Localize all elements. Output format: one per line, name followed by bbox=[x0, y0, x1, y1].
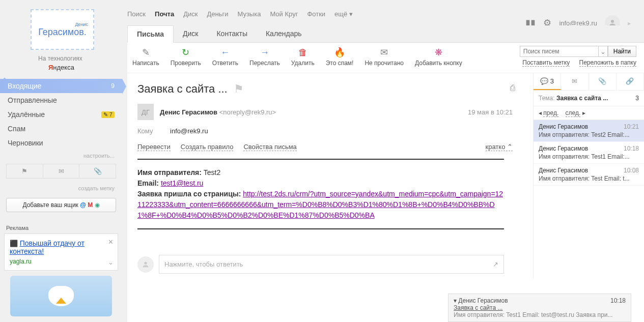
ad-label: Реклама bbox=[0, 215, 122, 233]
print-icon[interactable]: ⎙ bbox=[510, 83, 515, 93]
tool-Ответить[interactable]: ←Ответить bbox=[212, 47, 238, 67]
move-folder-link[interactable]: Переложить в папку bbox=[579, 59, 637, 67]
to-label: Кому bbox=[137, 127, 153, 135]
mail-action[interactable]: ✉ bbox=[43, 164, 80, 178]
thread-tabs: 💬 3 ✉ 📎 🔗 bbox=[534, 73, 644, 91]
logo-tech: На технологиях bbox=[38, 55, 82, 62]
email-date: 19 мая в 10:21 bbox=[468, 108, 513, 116]
topnav-Музыка[interactable]: Музыка bbox=[237, 10, 261, 18]
email-body: Заявка с сайта ...⚑ ⎙ ДГ Денис Герасимов… bbox=[127, 73, 533, 279]
ad-expand-icon[interactable]: ⌄ bbox=[108, 258, 114, 266]
tool-Добавить кнопку[interactable]: ❋Добавить кнопку bbox=[415, 47, 462, 67]
main-content: ПисьмаДискКонтактыКалендарь ✎Написать↻Пр… bbox=[127, 25, 644, 322]
tab-Контакты[interactable]: Контакты bbox=[207, 25, 256, 42]
sender-name: Денис Герасимов bbox=[160, 108, 217, 116]
tool-Переслать[interactable]: →Переслать bbox=[249, 47, 280, 67]
email-area: Заявка с сайта ...⚑ ⎙ ДГ Денис Герасимов… bbox=[127, 73, 644, 279]
preview-popup[interactable]: ▾ Денис Герасимов 10:18 Заявка с сайта .… bbox=[448, 294, 631, 322]
email-link[interactable]: test1@test.ru bbox=[161, 179, 203, 187]
svg-point-0 bbox=[611, 20, 614, 23]
reply-box[interactable]: Нажмите, чтобы ответить ↗ bbox=[137, 255, 504, 274]
search-area: ⌄ Найти bbox=[520, 46, 636, 57]
thread-subject: Тема: Заявка с сайта ... 3 bbox=[534, 91, 644, 106]
topnav-Поиск[interactable]: Поиск bbox=[127, 10, 146, 18]
tab-Календарь[interactable]: Календарь bbox=[257, 25, 311, 42]
tab-Письма[interactable]: Письма bbox=[127, 25, 174, 43]
reply-avatar bbox=[137, 256, 154, 273]
settings-link[interactable]: настроить... bbox=[0, 150, 122, 161]
prev-link[interactable]: пред. bbox=[543, 109, 558, 117]
logo-name: Герасимов. bbox=[38, 27, 87, 38]
email-content: Имя отправителя: Test2 Email: test1@test… bbox=[137, 159, 504, 245]
popout-icon[interactable]: ↗ bbox=[493, 260, 498, 268]
sender-row: ДГ Денис Герасимов <noreply@rek9.ru> 19 … bbox=[137, 100, 523, 124]
sidebar: Входящие9ОтправленныеУдалённые✎ 7СпамЧер… bbox=[0, 79, 122, 321]
top-nav: ПоискПочтаДискДеньгиМузыкаМой КругФоткие… bbox=[127, 8, 353, 18]
ad-title[interactable]: Повышай отдачу от контекста! bbox=[10, 239, 85, 255]
reply-input[interactable]: Нажмите, чтобы ответить ↗ bbox=[159, 255, 504, 274]
ad-box[interactable]: ⬛ Повышай отдачу от контекста! yagla.ru … bbox=[4, 233, 118, 271]
topnav-Диск[interactable]: Диск bbox=[183, 10, 198, 18]
folder-Спам[interactable]: Спам bbox=[0, 122, 122, 136]
sender-avatar: ДГ bbox=[137, 104, 154, 120]
thread-item[interactable]: Денис Герасимов10:18Имя отправителя: Tes… bbox=[534, 142, 644, 164]
preview-subject[interactable]: Заявка с сайта ... bbox=[454, 304, 626, 311]
thread-item[interactable]: Денис Герасимов10:21Имя отправителя: Tes… bbox=[534, 120, 644, 142]
topnav-Деньги[interactable]: Деньги bbox=[207, 10, 228, 18]
search-input[interactable] bbox=[520, 46, 599, 57]
tab-Диск[interactable]: Диск bbox=[174, 25, 207, 42]
ad-image bbox=[10, 276, 112, 316]
folder-Черновики[interactable]: Черновики bbox=[0, 136, 122, 150]
next-link[interactable]: след. bbox=[566, 109, 581, 117]
main-tabs: ПисьмаДискКонтактыКалендарь bbox=[127, 25, 644, 43]
ad-icon: ⬛ bbox=[10, 240, 18, 247]
brief-toggle[interactable]: кратко ⌃ bbox=[486, 143, 513, 151]
set-label-link[interactable]: Поставить метку bbox=[522, 59, 570, 67]
search-dropdown-icon[interactable]: ⌄ bbox=[599, 46, 608, 57]
thread-tab-attach[interactable]: 📎 bbox=[589, 73, 617, 90]
thread-tab-link[interactable]: 🔗 bbox=[617, 73, 644, 90]
email-subject: Заявка с сайта ...⚑ bbox=[137, 78, 523, 100]
topnav-Фотки[interactable]: Фотки bbox=[307, 10, 325, 18]
search-links: Поставить метку Переложить в папку bbox=[515, 59, 636, 66]
create-label-link[interactable]: создать метку bbox=[0, 181, 122, 195]
translate-link[interactable]: Перевести bbox=[137, 143, 171, 151]
tool-Это спам![interactable]: 🔥Это спам! bbox=[326, 47, 354, 67]
flag-icon[interactable]: ⚑ bbox=[234, 82, 244, 96]
preview-body: Имя отправителя: Test1 Email: test@test.… bbox=[454, 311, 626, 318]
folder-Отправленные[interactable]: Отправленные bbox=[0, 93, 122, 107]
logo-card: Денис Герасимов. bbox=[31, 9, 94, 50]
thread-panel: 💬 3 ✉ 📎 🔗 Тема: Заявка с сайта ... 3 ◂ п… bbox=[533, 73, 644, 279]
svg-point-1 bbox=[144, 261, 147, 264]
thread-tab-mail[interactable]: ✉ bbox=[561, 73, 589, 90]
email-actions: Перевести Создать правило Свойства письм… bbox=[137, 138, 523, 159]
thread-nav: ◂ пред. след. ▸ bbox=[534, 106, 644, 120]
tool-Не прочитано[interactable]: ✉Не прочитано bbox=[365, 47, 404, 67]
folder-Удалённые[interactable]: Удалённые✎ 7 bbox=[0, 107, 122, 122]
thread-tab-messages[interactable]: 💬 3 bbox=[534, 73, 561, 90]
search-button[interactable]: Найти bbox=[608, 46, 636, 57]
topnav-Почта[interactable]: Почта bbox=[155, 10, 174, 18]
to-address: info@rek9.ru bbox=[170, 127, 208, 135]
sender-address: <noreply@rek9.ru> bbox=[219, 108, 276, 116]
tool-Написать[interactable]: ✎Написать bbox=[132, 47, 159, 67]
ad-close-icon[interactable]: ✕ bbox=[108, 238, 114, 246]
properties-link[interactable]: Свойства письма bbox=[243, 143, 296, 151]
tool-Проверить[interactable]: ↻Проверить bbox=[171, 47, 201, 67]
topnav-Мой Круг[interactable]: Мой Круг bbox=[270, 10, 298, 18]
add-mailbox-button[interactable]: Добавьте ваш ящик @ M ◉ bbox=[6, 198, 116, 212]
yandex-logo: Яндекса bbox=[48, 64, 74, 71]
topnav-ещё ▾[interactable]: ещё ▾ bbox=[334, 10, 353, 18]
sidebar-actions: ⚑ ✉ 📎 bbox=[6, 164, 116, 179]
tool-Удалить[interactable]: 🗑Удалить bbox=[291, 47, 315, 67]
create-rule-link[interactable]: Создать правило bbox=[181, 143, 234, 151]
flag-action[interactable]: ⚑ bbox=[7, 164, 43, 178]
attach-action[interactable]: 📎 bbox=[79, 164, 116, 178]
to-row: Кому info@rek9.ru bbox=[137, 124, 523, 138]
folder-Входящие[interactable]: Входящие9 bbox=[0, 79, 122, 93]
logo-subtext: Денис bbox=[32, 22, 93, 27]
ad-site: yagla.ru bbox=[10, 258, 113, 265]
thread-item[interactable]: Денис Герасимов10:08Имя отправителя: Tes… bbox=[534, 164, 644, 186]
